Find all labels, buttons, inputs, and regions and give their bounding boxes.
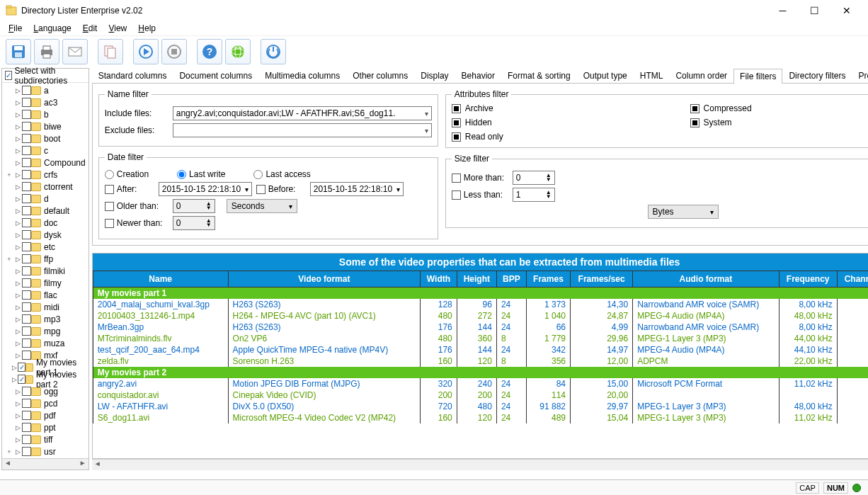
tree-item[interactable]: ▷filmy <box>5 277 86 289</box>
tree-hscroll[interactable]: ◄► <box>2 458 88 470</box>
attr-system[interactable]: System <box>690 118 868 127</box>
tab-column-order[interactable]: Column order <box>669 68 733 83</box>
table-row[interactable]: 2004_malaj_schumi_kval.3gpH263 (S263)128… <box>93 299 868 310</box>
power-button[interactable] <box>261 39 286 64</box>
col-header[interactable]: Audio format <box>633 271 779 288</box>
tab-html[interactable]: HTML <box>634 68 670 83</box>
exclude-files-combo[interactable]: ▾ <box>173 123 432 137</box>
tree-item[interactable]: ▷mp3 <box>5 313 86 325</box>
newer-than-checkbox[interactable]: Newer than: <box>105 218 169 228</box>
radio-last-write[interactable]: Last write <box>177 169 225 179</box>
include-files-combo[interactable]: angry2.avi;conquistador.avi;LW - AFATHFR… <box>173 106 432 120</box>
table-row[interactable]: zelda.flvSorenson H.263160120835612,00AD… <box>93 355 868 367</box>
tree-item[interactable]: +▷usr <box>5 445 86 457</box>
tab-directory-filters[interactable]: Directory filters <box>782 68 852 83</box>
tree-item[interactable]: ▷✓My movies part 2 <box>5 373 86 385</box>
menu-language[interactable]: Language <box>33 23 71 33</box>
tab-format-sorting[interactable]: Format & sorting <box>501 68 577 83</box>
tree-item[interactable]: ▷filmiki <box>5 265 86 277</box>
email-button[interactable] <box>62 39 88 64</box>
tree-item[interactable]: ▷pcd <box>5 397 86 409</box>
less-than-checkbox[interactable]: Less than: <box>452 190 508 200</box>
menu-edit[interactable]: Edit <box>83 23 98 33</box>
tree-item[interactable]: ▷Compound <box>5 157 86 169</box>
menu-view[interactable]: View <box>108 23 127 33</box>
tree-item[interactable]: ▷etc <box>5 241 86 253</box>
maximize-button[interactable]: ☐ <box>799 0 830 21</box>
attr-archive[interactable]: Archive <box>452 103 676 113</box>
less-than-spinner[interactable]: 1▲▼ <box>513 188 555 202</box>
col-header[interactable]: Frames <box>526 271 570 288</box>
size-unit-select[interactable]: Bytes▾ <box>648 205 719 219</box>
tree-item[interactable]: ▷ac3 <box>5 96 86 108</box>
directory-tree[interactable]: ▷a▷ac3▷b▷biwe▷boot▷c▷Compound+▷crfs▷ctor… <box>2 83 88 458</box>
tree-item[interactable]: +▷crfs <box>5 169 86 181</box>
save-button[interactable] <box>6 39 31 64</box>
menu-file[interactable]: File <box>8 23 22 33</box>
tab-display[interactable]: Display <box>414 68 455 83</box>
print-button[interactable] <box>34 39 59 64</box>
time-unit-select[interactable]: Seconds▾ <box>227 199 297 213</box>
table-row[interactable]: MrBean.3gpH263 (S263)17614424664,99Narro… <box>93 322 868 333</box>
after-checkbox[interactable]: After: <box>105 184 154 194</box>
tab-standard-columns[interactable]: Standard columns <box>92 68 173 83</box>
tab-document-columns[interactable]: Document columns <box>173 68 258 83</box>
radio-last-access[interactable]: Last access <box>253 169 310 179</box>
older-than-checkbox[interactable]: Older than: <box>105 201 169 211</box>
col-header[interactable]: Frequency <box>779 271 837 288</box>
radio-creation[interactable]: Creation <box>105 169 149 179</box>
tree-item[interactable]: ▷tiff <box>5 433 86 445</box>
col-header[interactable]: Height <box>457 271 496 288</box>
table-row[interactable]: LW - AFATHFR.aviDivX 5.0 (DX50)720480249… <box>93 401 868 412</box>
tree-item[interactable]: ▷default <box>5 205 86 217</box>
before-date-input[interactable]: 2015-10-15 22:18:10▾ <box>310 182 404 196</box>
tree-item[interactable]: ▷muza <box>5 337 86 349</box>
newer-than-spinner[interactable]: 0▲▼ <box>173 216 215 230</box>
tree-item[interactable]: ▷d <box>5 193 86 205</box>
results-hscroll[interactable]: ◄► <box>92 459 868 470</box>
attr-readonly[interactable]: Read only <box>452 132 676 142</box>
more-than-spinner[interactable]: 0▲▼ <box>513 171 555 185</box>
table-row[interactable]: 20100403_131246-1.mp4H264 - MPEG-4 AVC (… <box>93 310 868 322</box>
tree-item[interactable]: ▷boot <box>5 132 86 144</box>
col-header[interactable]: Width <box>421 271 457 288</box>
tree-item[interactable]: ▷dysk <box>5 229 86 241</box>
attr-hidden[interactable]: Hidden <box>452 118 676 127</box>
col-header[interactable]: Frames/sec <box>571 271 633 288</box>
tab-output-type[interactable]: Output type <box>577 68 634 83</box>
col-header[interactable]: Name <box>93 271 228 288</box>
col-header[interactable]: BPP <box>496 271 526 288</box>
play-button[interactable] <box>133 39 159 64</box>
tab-behavior[interactable]: Behavior <box>455 68 501 83</box>
tab-program-options[interactable]: Program options <box>852 68 868 83</box>
tab-other-columns[interactable]: Other columns <box>346 68 414 83</box>
tree-item[interactable]: ▷b <box>5 108 86 120</box>
tree-item[interactable]: ▷ppt <box>5 421 86 433</box>
more-than-checkbox[interactable]: More than: <box>452 173 508 183</box>
after-date-input[interactable]: 2015-10-15 22:18:10▾ <box>159 182 252 196</box>
select-subdirs-checkbox[interactable]: ✓ Select with subdirectories <box>2 69 88 83</box>
tree-item[interactable]: ▷doc <box>5 217 86 229</box>
tree-item[interactable]: ▷ctorrent <box>5 181 86 193</box>
tree-item[interactable]: ▷pdf <box>5 409 86 421</box>
copy-button[interactable] <box>98 39 123 64</box>
stop-button[interactable] <box>161 39 187 64</box>
tab-file-filters[interactable]: File filters <box>733 69 782 84</box>
minimize-button[interactable]: ─ <box>767 0 799 21</box>
col-header[interactable]: Video format <box>228 271 421 288</box>
col-header[interactable]: Channels <box>837 271 868 288</box>
help-button[interactable]: ? <box>197 39 222 64</box>
tree-item[interactable]: ▷midi <box>5 301 86 313</box>
table-row[interactable]: angry2.aviMotion JPEG DIB Format (MJPG)3… <box>93 378 868 389</box>
tab-multimedia-columns[interactable]: Multimedia columns <box>258 68 346 83</box>
tree-item[interactable]: +▷ffp <box>5 253 86 265</box>
attr-compressed[interactable]: Compressed <box>690 103 868 113</box>
tree-item[interactable]: ▷biwe <box>5 120 86 132</box>
close-button[interactable]: ✕ <box>830 0 862 21</box>
table-row[interactable]: test_qcif_200_aac_64.mp4Apple QuickTime … <box>93 344 868 355</box>
tree-item[interactable]: ▷a <box>5 84 86 96</box>
tree-item[interactable]: ▷c <box>5 144 86 157</box>
web-button[interactable]: www <box>225 39 251 64</box>
older-than-spinner[interactable]: 0▲▼ <box>173 199 215 213</box>
menu-help[interactable]: Help <box>138 23 156 33</box>
